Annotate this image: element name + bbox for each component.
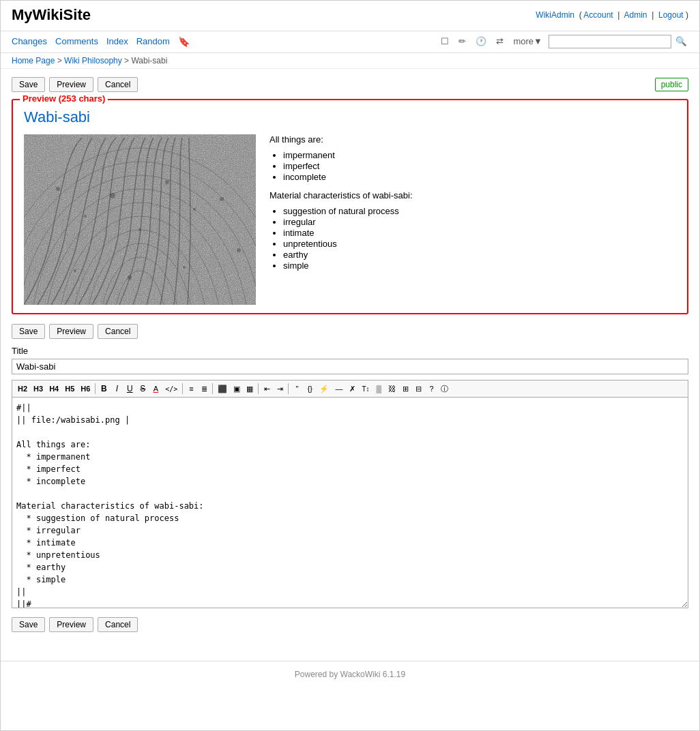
- list-item: imperfect: [283, 161, 676, 171]
- list-item: intimate: [283, 228, 676, 238]
- nav-index[interactable]: Index: [106, 36, 128, 46]
- svg-rect-1: [24, 134, 256, 305]
- tb-code-inline[interactable]: </>: [162, 382, 180, 396]
- admin-link[interactable]: Admin: [624, 10, 647, 20]
- tb-info[interactable]: ⓘ: [438, 382, 451, 396]
- svg-point-14: [110, 193, 115, 198]
- tb-italic[interactable]: I: [111, 382, 123, 396]
- svg-point-21: [183, 266, 186, 269]
- bottom-save-button[interactable]: Save: [12, 617, 45, 632]
- preview-image: [24, 134, 256, 305]
- tb-grid[interactable]: ⊟: [412, 382, 424, 396]
- search-button[interactable]: 🔍: [674, 35, 688, 48]
- account-link[interactable]: Account: [583, 10, 613, 20]
- tb-indent-r[interactable]: ⇥: [274, 382, 286, 396]
- top-save-button[interactable]: Save: [12, 77, 45, 92]
- tb-sep5: [288, 383, 289, 394]
- preview-box: Preview (253 chars) Wabi-sabi: [12, 99, 688, 314]
- bottom-preview-button[interactable]: Preview: [49, 617, 93, 632]
- tb-h2[interactable]: H2: [15, 382, 30, 396]
- user-info: WikiAdmin ( Account | Admin | Logout ): [536, 10, 688, 20]
- bottom-cancel-button[interactable]: Cancel: [98, 617, 138, 632]
- tb-indent-l[interactable]: ⇤: [261, 382, 273, 396]
- search-input[interactable]: [549, 35, 671, 48]
- breadcrumb: Home Page > Wiki Philosophy > Wabi-sabi: [1, 53, 699, 69]
- logout-link[interactable]: Logout: [658, 10, 684, 20]
- tb-help[interactable]: ?: [425, 382, 437, 396]
- tb-h5[interactable]: H5: [62, 382, 77, 396]
- nav-changes[interactable]: Changes: [12, 36, 47, 46]
- tb-align-left[interactable]: ⬛: [215, 382, 230, 396]
- history-btn[interactable]: 🕐: [472, 34, 490, 48]
- svg-point-12: [56, 187, 60, 191]
- tb-h6[interactable]: H6: [78, 382, 93, 396]
- breadcrumb-parent[interactable]: Wiki Philosophy: [64, 56, 122, 65]
- bottom-action-row: Save Preview Cancel: [12, 617, 688, 632]
- preview-list2: suggestion of natural process irregular …: [283, 206, 676, 271]
- bookmark-icon[interactable]: 🔖: [178, 36, 190, 47]
- tb-link[interactable]: ⛓: [385, 382, 398, 396]
- breadcrumb-current: Wabi-sabi: [131, 56, 167, 65]
- preview-page-title: Wabi-sabi: [24, 108, 676, 126]
- list-item: unpretentious: [283, 239, 676, 249]
- tb-bold[interactable]: B: [98, 382, 110, 396]
- title-label: Title: [12, 346, 688, 356]
- preview-section2-heading: Material characteristics of wabi-sabi:: [269, 190, 676, 200]
- top-preview-button[interactable]: Preview: [49, 77, 93, 92]
- svg-point-20: [128, 275, 132, 280]
- svg-point-22: [237, 248, 241, 252]
- svg-point-18: [220, 197, 224, 201]
- tb-ul[interactable]: ≡: [185, 382, 197, 396]
- tb-sep3: [212, 383, 213, 394]
- mid-save-button[interactable]: Save: [12, 324, 45, 339]
- tb-clear[interactable]: ✗: [346, 382, 358, 396]
- preview-list1: impermanent imperfect incomplete: [283, 150, 676, 182]
- tb-underline[interactable]: U: [123, 382, 136, 396]
- nav-tools: ☐ ✏ 🕐 ⇄ more▼ 🔍: [437, 34, 688, 48]
- svg-point-19: [74, 269, 76, 272]
- top-action-row: Save Preview Cancel public: [12, 77, 688, 92]
- mid-cancel-button[interactable]: Cancel: [98, 324, 138, 339]
- public-badge: public: [655, 78, 688, 91]
- list-item: earthy: [283, 250, 676, 260]
- mid-action-row: Save Preview Cancel: [12, 324, 688, 339]
- list-item: irregular: [283, 217, 676, 227]
- diff-btn[interactable]: ⇄: [493, 34, 507, 48]
- tb-h4[interactable]: H4: [46, 382, 61, 396]
- tb-align-center[interactable]: ▣: [231, 382, 243, 396]
- nav-comments[interactable]: Comments: [55, 36, 98, 46]
- tb-strike[interactable]: S: [136, 382, 149, 396]
- tb-lightning[interactable]: ⚡: [317, 382, 332, 396]
- tb-dash[interactable]: —: [332, 382, 345, 396]
- nav-random[interactable]: Random: [136, 36, 170, 46]
- list-item: suggestion of natural process: [283, 206, 676, 216]
- preview-text: All things are: impermanent imperfect in…: [269, 134, 676, 305]
- editor-area[interactable]: [12, 397, 688, 608]
- site-title: MyWikiSite: [12, 6, 91, 24]
- tb-curly[interactable]: {}: [304, 382, 316, 396]
- list-item: simple: [283, 260, 676, 271]
- breadcrumb-home[interactable]: Home Page: [12, 56, 55, 65]
- tb-quote[interactable]: ": [291, 382, 303, 396]
- tb-h3[interactable]: H3: [31, 382, 46, 396]
- mid-preview-button[interactable]: Preview: [49, 324, 93, 339]
- tb-text-t[interactable]: T↕: [359, 382, 372, 396]
- tb-sep1: [95, 383, 96, 394]
- svg-point-17: [193, 208, 196, 211]
- edit-btn[interactable]: ✏: [455, 34, 469, 48]
- view-toggle-btn[interactable]: ☐: [437, 34, 452, 48]
- tb-table[interactable]: ⊞: [399, 382, 411, 396]
- svg-point-16: [165, 180, 169, 184]
- tb-sep4: [258, 383, 259, 394]
- nav-bar: Changes Comments Index Random 🔖 ☐ ✏ 🕐 ⇄ …: [1, 31, 699, 53]
- title-input[interactable]: [12, 359, 688, 374]
- tb-align-full[interactable]: ▦: [244, 382, 256, 396]
- title-section: Title: [12, 346, 688, 380]
- tb-highlight[interactable]: ▒: [373, 382, 385, 396]
- wikiadmin-link[interactable]: WikiAdmin: [536, 10, 574, 20]
- top-cancel-button[interactable]: Cancel: [98, 77, 138, 92]
- tb-color[interactable]: A: [149, 382, 162, 396]
- more-btn[interactable]: more▼: [510, 34, 546, 48]
- preview-section1-heading: All things are:: [269, 134, 676, 145]
- tb-ol[interactable]: ≣: [198, 382, 210, 396]
